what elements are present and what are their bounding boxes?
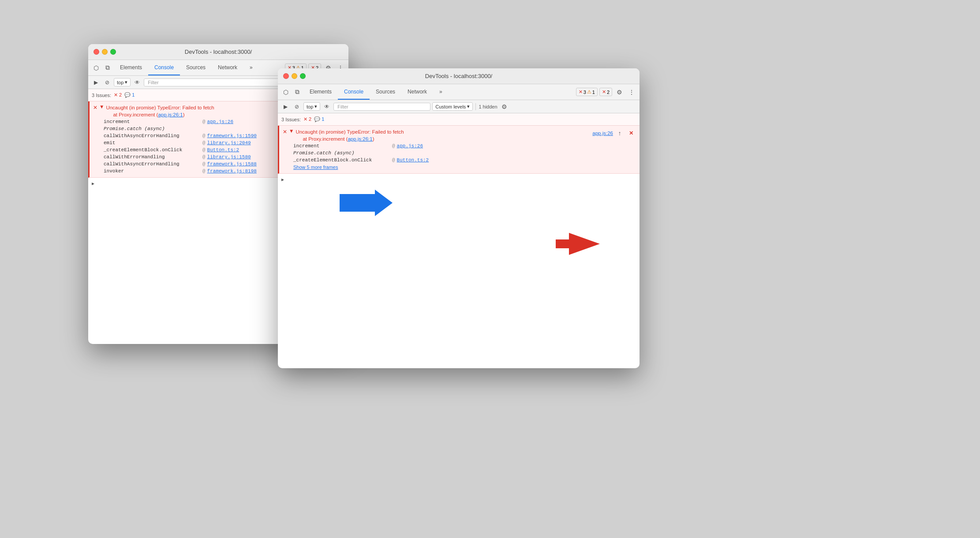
error-triangle-behind: ▼: [99, 104, 104, 109]
top-label-front: top: [307, 104, 313, 109]
filter-placeholder-behind: Filter: [148, 80, 158, 85]
tab-console-front[interactable]: Console: [338, 84, 370, 100]
custom-levels-chevron-front: ▾: [467, 104, 470, 109]
error-main-text-front: Uncaught (in promise) TypeError: Failed …: [295, 128, 404, 142]
top-selector-front[interactable]: top ▾: [303, 102, 320, 111]
issues-label-behind: 3 Issues:: [92, 93, 111, 98]
ban-btn-behind[interactable]: ⊘: [102, 78, 112, 87]
stack-name-1-front: increment: [293, 143, 390, 149]
tab-elements-front[interactable]: Elements: [303, 84, 338, 100]
show-more-link-front[interactable]: Show 5 more frames: [283, 164, 636, 171]
minimize-button-front[interactable]: [292, 73, 297, 79]
close-button-front[interactable]: [283, 73, 289, 79]
prompt-row-front[interactable]: ▸: [278, 174, 640, 185]
warning-icon-front: ⚠: [587, 89, 591, 95]
filter-placeholder-front: Filter: [337, 104, 348, 109]
error-triangle-front: ▼: [289, 128, 294, 134]
stack-link-8-behind[interactable]: framework.js:8198: [207, 168, 257, 174]
window-title-behind: DevTools - localhost:3000/: [185, 49, 252, 55]
warning-count-front: 1: [592, 90, 595, 95]
error-link-behind[interactable]: app.js:26:1: [158, 112, 183, 117]
error-line2-after-front: ): [373, 136, 374, 142]
issues-bar-front: 3 Issues: ✕ 2 💬 1: [278, 113, 640, 126]
refresh-btn-front[interactable]: ↑: [615, 128, 625, 138]
stack-name-2-behind: Promise.catch (async): [104, 126, 201, 131]
top-label-behind: top: [117, 80, 123, 85]
stack-name-5-behind: _createElementBlock.onClick: [104, 147, 201, 153]
svg-marker-1: [556, 233, 600, 255]
play-btn-front[interactable]: ▶: [281, 102, 290, 112]
play-btn-behind[interactable]: ▶: [91, 78, 101, 87]
stack-name-6-behind: callWithErrorHandling: [104, 154, 201, 160]
stack-row-3-front: _createElementBlock.onClick @ Button.ts:…: [283, 157, 636, 164]
top-selector-behind[interactable]: top ▾: [114, 78, 131, 86]
info-icon-front: ✕: [602, 89, 606, 95]
toolbar-right-front: ✕ 3 ⚠ 1 ✕ 2 ⚙ ⋮: [576, 87, 637, 97]
action-link-front[interactable]: app.js:26: [592, 131, 613, 136]
error-circle-icon-front: ✕: [283, 129, 287, 135]
info-badge-front[interactable]: ✕ 2: [599, 88, 612, 96]
error-badge-front[interactable]: ✕ 3 ⚠ 1: [576, 88, 598, 96]
traffic-lights-behind: [88, 49, 116, 55]
error-circle-icon-behind: ✕: [93, 105, 97, 111]
eye-btn-behind[interactable]: 👁: [132, 78, 142, 87]
stack-name-3-behind: callWithAsyncErrorHandling: [104, 133, 201, 138]
prompt-chevron-front: ▸: [281, 176, 284, 183]
stack-link-3-front[interactable]: Button.ts:2: [397, 157, 429, 163]
devtools-toolbar-front: ⬡ ⧉ Elements Console Sources Network » ✕…: [278, 84, 640, 100]
stack-link-7-behind[interactable]: framework.js:1588: [207, 161, 257, 167]
error-icon-front: ✕: [579, 89, 583, 95]
stack-name-4-behind: emit: [104, 140, 201, 146]
separator-front: [475, 103, 476, 110]
stack-link-1-behind[interactable]: app.js:26: [207, 119, 233, 124]
stack-row-1-front: increment @ app.js:26: [283, 142, 636, 149]
layers-icon-front[interactable]: ⧉: [292, 87, 303, 97]
tab-sources-front[interactable]: Sources: [370, 84, 401, 100]
ban-btn-front[interactable]: ⊘: [292, 102, 302, 112]
tab-sources-behind[interactable]: Sources: [180, 60, 212, 75]
cursor-icon-behind[interactable]: ⬡: [91, 63, 101, 73]
top-chevron-front: ▾: [314, 104, 317, 109]
stack-name-7-behind: callWithAsyncErrorHandling: [104, 161, 201, 167]
svg-marker-0: [340, 190, 393, 216]
tab-elements-behind[interactable]: Elements: [114, 60, 148, 75]
gear-icon-front[interactable]: ⚙: [614, 87, 625, 97]
hidden-badge-front: 1 hidden: [479, 104, 497, 109]
stack-link-5-behind[interactable]: Button.ts:2: [207, 147, 239, 153]
more-icon-front[interactable]: ⋮: [626, 87, 637, 97]
layers-icon-behind[interactable]: ⧉: [102, 63, 113, 73]
issues-info-behind: 💬 1: [124, 92, 135, 98]
minimize-button-behind[interactable]: [102, 49, 108, 55]
stack-name-3-front: _createElementBlock.onClick: [293, 157, 390, 163]
prompt-chevron-behind: ▸: [92, 180, 94, 187]
tab-console-behind[interactable]: Console: [148, 60, 180, 75]
issues-errors-behind: ✕ 2: [114, 92, 122, 98]
error-actions-front: app.js:26 ↑ ✕: [592, 128, 636, 138]
stack-link-6-behind[interactable]: library.js:1580: [207, 154, 251, 160]
stack-link-3-behind[interactable]: framework.js:1590: [207, 133, 257, 138]
stack-name-2-front: Promise.catch (async): [293, 150, 390, 156]
title-bar-behind: DevTools - localhost:3000/: [88, 44, 348, 60]
blue-arrow: [340, 190, 393, 218]
close-btn-front[interactable]: ✕: [626, 128, 636, 138]
tab-more-front[interactable]: »: [433, 84, 449, 100]
stack-link-4-behind[interactable]: library.js:2049: [207, 140, 251, 146]
close-button-behind[interactable]: [94, 49, 99, 55]
tab-network-behind[interactable]: Network: [212, 60, 243, 75]
devtools-window-front: DevTools - localhost:3000/ ⬡ ⧉ Elements …: [278, 68, 640, 368]
tab-network-front[interactable]: Network: [401, 84, 433, 100]
stack-row-2-front: Promise.catch (async): [283, 149, 636, 157]
settings-icon-front[interactable]: ⚙: [499, 101, 510, 112]
custom-levels-front[interactable]: Custom levels ▾: [432, 102, 473, 111]
error-header-front: ✕ ▼ Uncaught (in promise) TypeError: Fai…: [283, 128, 592, 142]
maximize-button-front[interactable]: [300, 73, 306, 79]
tab-bar-behind: Elements Console Sources Network »: [114, 60, 284, 75]
eye-btn-front[interactable]: 👁: [322, 102, 332, 112]
tab-more-behind[interactable]: »: [243, 60, 259, 75]
proxy-link-front[interactable]: app.js:26:1: [348, 136, 372, 142]
stack-link-1-front[interactable]: app.js:26: [397, 143, 423, 149]
filter-input-front[interactable]: Filter: [333, 103, 430, 111]
maximize-button-behind[interactable]: [110, 49, 116, 55]
cursor-icon-front[interactable]: ⬡: [281, 87, 291, 97]
window-title-front: DevTools - localhost:3000/: [425, 73, 492, 79]
